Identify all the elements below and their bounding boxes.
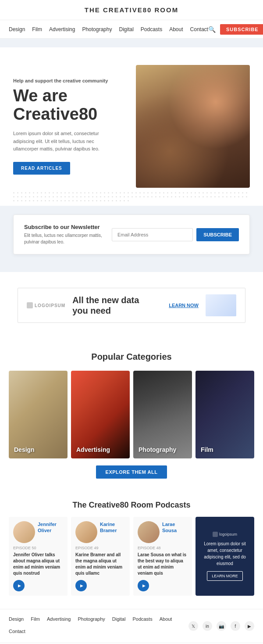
category-label-photography: Photography — [139, 446, 176, 453]
podcast-desc-1: Jennifer Oliver talks about magna aliqua… — [9, 552, 68, 576]
hero-content: Help and support the creative community … — [13, 78, 136, 174]
nav-photography[interactable]: Photography — [82, 26, 112, 32]
podcast-name-1: Jennifer Oliver — [38, 521, 63, 534]
ad-text: All the new datayou need — [72, 295, 162, 316]
hero-wrapper: Help and support the creative community … — [0, 47, 263, 206]
explore-wrap: EXPLORE THEM ALL — [9, 465, 254, 479]
play-icon-1: ▶ — [18, 583, 21, 588]
footer-link-film[interactable]: Film — [31, 616, 40, 622]
category-card-photography[interactable]: Photography — [133, 371, 192, 458]
ad-logo-icon — [27, 302, 33, 308]
youtube-icon[interactable]: ▶ — [245, 621, 254, 631]
ad-cta-link[interactable]: LEARN NOW — [169, 303, 199, 308]
podcast-card-1: Jennifer Oliver EPISODE 50 Jennifer Oliv… — [9, 517, 68, 596]
podcast-header-2: Karine Bramer — [71, 517, 130, 546]
dots-pattern: // inline dots render — [0, 188, 263, 206]
hero-image — [136, 65, 250, 188]
hero: Help and support the creative community … — [0, 47, 263, 188]
ad-headline: All the new datayou need — [72, 295, 162, 316]
footer-link-podcasts[interactable]: Podcasts — [132, 616, 152, 622]
nav-subscribe-button[interactable]: SUBSCRIBE — [220, 24, 263, 35]
podcast-play-3: ▶ — [133, 576, 192, 591]
footer-nav: Design Film Advertising Photography Digi… — [9, 616, 188, 634]
site-title: THE CREATIVE80 ROOM — [85, 6, 178, 14]
footer-link-contact[interactable]: Contact — [9, 629, 25, 634]
podcast-episode-1: EPISODE 50 — [9, 546, 68, 550]
podcast-meta-2: Karine Bramer — [100, 521, 125, 534]
nav-about[interactable]: About — [169, 26, 183, 32]
podcast-name-2: Karine Bramer — [100, 521, 125, 534]
search-icon[interactable]: 🔍 — [208, 26, 216, 33]
social-icons: 𝕏 in 📷 f ▶ — [188, 621, 254, 631]
hero-tagline: Help and support the creative community — [13, 78, 127, 83]
podcast-desc-2: Karine Bramer and all the magna aliqua u… — [71, 552, 130, 576]
category-bg-film — [195, 371, 254, 458]
category-card-design[interactable]: Design — [9, 371, 68, 458]
nav-podcasts[interactable]: Podcasts — [141, 26, 162, 32]
footer-link-digital[interactable]: Digital — [112, 616, 126, 622]
category-label-design: Design — [14, 446, 35, 453]
nav: Design Film Advertising Photography Digi… — [0, 20, 263, 39]
ad-card-button[interactable]: LEARN MORE — [207, 571, 243, 581]
categories-grid: Design Advertising Photography Film — [9, 371, 254, 458]
linkedin-icon[interactable]: in — [203, 621, 212, 631]
newsletter-subtitle: Elit tellus, luctus nec ullamcorper matt… — [24, 232, 103, 245]
nav-contact[interactable]: Contact — [190, 26, 208, 32]
category-card-film[interactable]: Film — [195, 371, 254, 458]
explore-all-button[interactable]: EXPLORE THEM ALL — [96, 465, 167, 479]
category-bg-advertising — [71, 371, 130, 458]
nav-film[interactable]: Film — [32, 26, 42, 32]
ad-card-logo: logoipsum — [213, 532, 237, 537]
podcasts-grid: Jennifer Oliver EPISODE 50 Jennifer Oliv… — [9, 517, 254, 596]
podcast-card-3: Larae Sousa EPISODE 48 Larae Sousa on wh… — [133, 517, 192, 596]
ad-image — [206, 294, 236, 316]
ad-card-logo-icon — [213, 532, 218, 537]
footer: Design Film Advertising Photography Digi… — [0, 609, 263, 643]
podcast-meta-1: Jennifer Oliver — [38, 521, 63, 534]
nav-actions: 🔍 SUBSCRIBE — [208, 24, 263, 35]
nav-digital[interactable]: Digital — [119, 26, 133, 32]
nav-links: Design Film Advertising Photography Digi… — [9, 26, 208, 32]
nav-design[interactable]: Design — [9, 26, 25, 32]
podcast-name-3: Larae Sousa — [162, 521, 188, 534]
play-icon-3: ▶ — [142, 583, 146, 588]
podcast-card-2: Karine Bramer EPISODE 49 Karine Bramer a… — [71, 517, 130, 596]
category-card-advertising[interactable]: Advertising — [71, 371, 130, 458]
podcast-header-1: Jennifer Oliver — [9, 517, 68, 546]
footer-link-about[interactable]: About — [160, 616, 172, 622]
newsletter-text: Subscribe to our Newsletter Elit tellus,… — [24, 224, 103, 245]
podcast-play-1: ▶ — [9, 576, 68, 591]
footer-link-design[interactable]: Design — [9, 616, 24, 622]
podcast-play-2: ▶ — [71, 576, 130, 591]
play-button-1[interactable]: ▶ — [13, 580, 25, 591]
hero-body: Lorem ipsum dolor sit amet, consectetur … — [13, 130, 110, 153]
twitter-icon[interactable]: 𝕏 — [188, 621, 198, 631]
footer-link-advertising[interactable]: Advertising — [47, 616, 71, 622]
category-label-film: Film — [201, 446, 213, 453]
categories-title: Popular Categories — [9, 352, 254, 362]
podcast-desc-3: Larae Sousa on what is the best way to a… — [133, 552, 192, 576]
instagram-icon[interactable]: 📷 — [217, 621, 226, 631]
ad-card-text: Lorem ipsum dolor sit amet, consectetur … — [201, 540, 249, 567]
hero-title: We areCreative80 — [13, 87, 127, 124]
newsletter-subscribe-button[interactable]: SUBSCRIBE — [196, 228, 239, 241]
footer-link-photography[interactable]: Photography — [78, 616, 105, 622]
ad-logo: LOGOIPSUM — [27, 302, 65, 308]
footer-top: Design Film Advertising Photography Digi… — [9, 616, 254, 636]
newsletter-email-input[interactable] — [112, 228, 193, 241]
ad-section: LOGOIPSUM All the new datayou need LEARN… — [0, 272, 263, 339]
podcast-avatar-3 — [138, 521, 160, 543]
read-articles-button[interactable]: READ ARTICLES — [13, 162, 70, 175]
play-button-3[interactable]: ▶ — [138, 580, 149, 591]
newsletter-form: SUBSCRIBE — [112, 228, 239, 241]
header: THE CREATIVE80 ROOM — [0, 0, 263, 20]
nav-advertising[interactable]: Advertising — [49, 26, 75, 32]
ad-banner: LOGOIPSUM All the new datayou need LEARN… — [18, 288, 245, 323]
play-button-2[interactable]: ▶ — [75, 580, 87, 591]
category-bg-design — [9, 371, 68, 458]
hero-section: Help and support the creative community … — [0, 39, 263, 272]
facebook-icon[interactable]: f — [231, 621, 240, 631]
category-label-advertising: Advertising — [76, 446, 110, 453]
categories-section: Popular Categories Design Advertising Ph… — [0, 339, 263, 492]
category-bg-photography — [133, 371, 192, 458]
